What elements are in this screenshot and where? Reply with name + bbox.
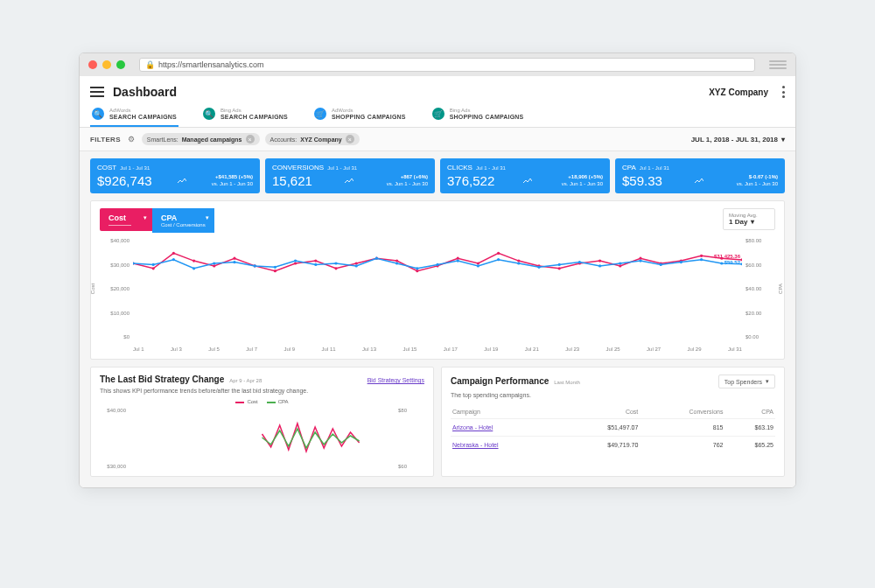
perf-sort-dropdown[interactable]: Top Spenders ▾ [718,374,775,388]
window-minimize-icon[interactable] [102,60,111,69]
browser-window: 🔒 https://smartlensanalytics.com Dashboa… [79,52,796,488]
svg-point-52 [558,263,561,266]
tab-icon: 🛒 [314,108,326,120]
svg-point-9 [314,260,317,262]
report-tab[interactable]: 🛒 Bing Ads SHOPPING CAMPAIGNS [430,102,526,127]
moving-avg-selector[interactable]: Moving Avg. 1 Day▾ [723,208,775,230]
svg-point-2 [172,252,175,255]
svg-point-38 [274,266,276,269]
main-chart: Cost CPA $40,000$30,000$20,000$10,000$0 … [100,238,775,352]
svg-point-13 [396,260,398,262]
svg-point-31 [133,262,135,265]
svg-point-40 [314,263,317,266]
tab-source: Bing Ads [220,108,288,114]
report-tab[interactable]: 🔍 AdWords SEARCH CAMPAIGNS [90,102,178,127]
app-header: Dashboard XYZ Company [80,76,795,102]
chip-remove-icon[interactable]: × [246,135,255,144]
campaign-link[interactable]: Nebraska - Hotel [452,442,499,448]
cell-cost: $51,497.07 [563,419,640,437]
filter-chips: SmartLens:Managed campaigns×Accounts:XYZ… [142,133,360,145]
filters-label: FILTERS [90,136,121,144]
chevron-down-icon: ▾ [206,214,209,221]
date-range-picker[interactable]: JUL 1, 2018 - JUL 31, 2018 ▾ [691,136,785,144]
tab-icon: 🛒 [432,108,444,120]
kpi-card[interactable]: CLICKSJul 1 - Jul 31 376,522 +18,906 (+5… [440,158,610,193]
tab-source: AdWords [109,108,177,114]
cell-conversions: 762 [640,437,724,454]
tab-label: SEARCH CAMPAIGNS [109,114,177,121]
chip-key: SmartLens: [147,136,178,143]
kpi-card[interactable]: CPAJul 1 - Jul 31 $59.33 $-0.67 (-1%)vs.… [615,158,785,193]
chip-key: Accounts: [270,136,298,143]
svg-point-8 [294,262,297,265]
card-value: $926,743 [97,173,152,188]
chip-remove-icon[interactable]: × [346,135,354,144]
tab-label: SHOPPING CAMPAIGNS [450,114,524,121]
filter-icon[interactable]: ⚙ [128,135,135,144]
svg-point-51 [537,266,540,269]
metric-secondary-sub: Cost / Conversions [161,222,206,228]
sparkline-icon [345,177,354,186]
chevron-down-icon: ▾ [144,214,147,221]
svg-point-28 [700,255,703,257]
tab-source: Bing Ads [450,108,524,114]
browser-menu-icon[interactable] [769,60,787,69]
hamburger-icon[interactable] [90,87,104,97]
svg-point-39 [294,260,297,262]
svg-point-5 [233,257,235,260]
filter-chip[interactable]: Accounts:XYZ Company× [265,133,360,145]
bid-y-right-ticks: $80$60 [398,408,424,469]
col-conversions: Conversions [640,405,724,419]
bid-strategy-settings-link[interactable]: Bid Strategy Settings [368,377,424,383]
main-chart-panel: Cost ▾ CPA Cost / Conversions ▾ Moving A… [90,200,785,360]
bid-chart-legend: Cost CPA [100,399,424,404]
metric-secondary-selector[interactable]: CPA Cost / Conversions ▾ [152,208,214,233]
metric-primary-selector[interactable]: Cost ▾ [100,208,152,231]
svg-point-57 [660,263,662,266]
metric-secondary-title: CPA [161,214,206,222]
svg-point-32 [152,263,155,266]
campaign-link[interactable]: Arizona - Hotel [452,424,493,430]
svg-point-7 [274,270,276,272]
svg-point-54 [598,265,601,268]
card-label: CPA [622,164,636,172]
report-tab[interactable]: 🔍 Bing Ads SEARCH CAMPAIGNS [201,102,290,127]
svg-point-11 [355,262,358,265]
address-bar[interactable]: 🔒 https://smartlensanalytics.com [139,58,755,72]
end-label-cost: $31,425.36 [714,254,740,260]
date-range-text: JUL 1, 2018 - JUL 31, 2018 [691,136,778,144]
kpi-cards: COSTJul 1 - Jul 31 $926,743 +$41,585 (+5… [80,151,795,200]
svg-point-25 [639,257,641,260]
svg-point-41 [334,262,337,265]
chevron-down-icon: ▾ [766,378,769,385]
svg-point-49 [497,258,500,261]
y-left-ticks: $40,000$30,000$20,000$10,000$0 [100,238,130,340]
svg-point-10 [334,267,337,270]
kpi-card[interactable]: CONVERSIONSJul 1 - Jul 31 15,621 +867 (+… [265,158,435,193]
col-cpa: CPA [724,405,775,419]
tab-label: SHOPPING CAMPAIGNS [332,114,406,121]
svg-point-35 [213,262,215,265]
bid-plot-area [130,408,395,469]
kpi-card[interactable]: COSTJul 1 - Jul 31 $926,743 +$41,585 (+5… [90,158,260,193]
filter-chip[interactable]: SmartLens:Managed campaigns× [142,133,260,145]
page-title: Dashboard [113,85,700,99]
card-label: COST [97,164,116,172]
bid-panel-range: Apr 9 - Apr 28 [229,378,262,383]
svg-point-45 [416,267,418,270]
window-close-icon[interactable] [88,60,97,69]
filter-bar: FILTERS ⚙ SmartLens:Managed campaigns×Ac… [80,128,795,151]
perf-panel-desc: The top spending campaigns. [451,392,775,398]
chart-plot-area [133,238,742,340]
bottom-panels: The Last Bid Strategy Change Apr 9 - Apr… [80,367,795,487]
cell-cpa: $65.25 [724,437,775,454]
window-maximize-icon[interactable] [116,60,125,69]
svg-point-18 [497,252,500,255]
more-menu-icon[interactable] [782,86,785,98]
metric-primary-title: Cost [108,214,144,222]
chip-value: XYZ Company [300,136,341,143]
cell-cpa: $63.19 [724,419,775,437]
svg-point-44 [396,262,398,265]
report-tab[interactable]: 🛒 AdWords SHOPPING CAMPAIGNS [312,102,408,127]
svg-point-46 [436,263,438,266]
